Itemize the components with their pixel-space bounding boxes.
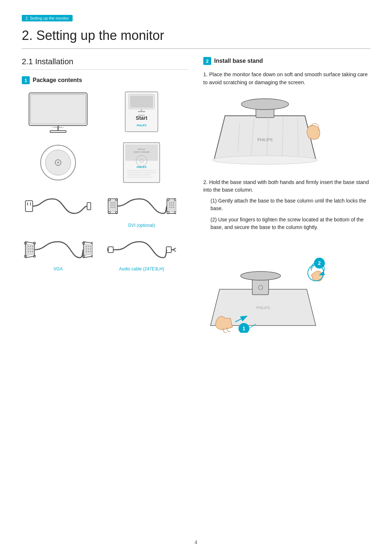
svg-point-60 — [170, 205, 171, 206]
svg-point-72 — [28, 246, 29, 247]
svg-rect-39 — [87, 203, 91, 210]
item-monitor: PHILIPS — [22, 90, 94, 134]
svg-text:Monitor: Monitor — [138, 148, 145, 150]
svg-text:2: 2 — [318, 260, 321, 266]
svg-point-119 — [241, 271, 281, 280]
svg-point-44 — [114, 203, 115, 204]
svg-point-90 — [86, 249, 87, 250]
quickstart-icon: Quick Start PHILIPS — [118, 90, 165, 134]
svg-point-48 — [111, 207, 112, 208]
svg-point-91 — [88, 249, 89, 250]
svg-point-45 — [111, 205, 112, 206]
sub-instruction-1: (1) Gently attach the base to the base c… — [211, 197, 370, 212]
monitor-icon: PHILIPS — [25, 90, 91, 134]
svg-point-61 — [171, 205, 172, 206]
monitor-face-down-image: PHILIPS — [203, 94, 370, 168]
svg-marker-71 — [26, 244, 33, 255]
svg-text:PHILIPS: PHILIPS — [136, 124, 147, 127]
svg-point-89 — [90, 246, 91, 247]
power-cable-icon — [24, 192, 93, 221]
instruction-1-text: Place the monitor face down on soft and … — [203, 71, 368, 85]
install-badge: 2 — [203, 57, 211, 65]
base-stand-image: 1 2 PHILIPS — [203, 238, 370, 334]
svg-rect-100 — [108, 247, 113, 253]
package-badge: 1 — [22, 76, 30, 84]
svg-point-7 — [56, 127, 56, 128]
item-dvi-cable: DVI (optional) — [105, 192, 178, 228]
svg-text:1: 1 — [242, 326, 245, 331]
instruction-1-num: 1. — [203, 71, 208, 77]
svg-point-65 — [173, 207, 174, 208]
svg-point-75 — [28, 249, 29, 250]
svg-rect-56 — [168, 201, 175, 212]
svg-rect-15 — [130, 95, 153, 108]
svg-rect-17 — [138, 111, 145, 112]
dvi-caption: DVI (optional) — [128, 223, 155, 228]
main-title: 2. Setting up the monitor — [22, 28, 370, 49]
sub-instruction-list: (1) Gently attach the base to the base c… — [203, 197, 370, 231]
instruction-2: 2. Hold the base stand with both hands a… — [203, 179, 370, 232]
instruction-2-num: 2. — [203, 179, 208, 185]
item-audio-cable: Audio cable (247E3LH) — [105, 235, 178, 271]
svg-point-93 — [86, 251, 87, 252]
install-section-header: 2 Install base stand — [203, 57, 370, 65]
item-cd — [22, 141, 94, 184]
svg-point-77 — [32, 249, 33, 250]
disc-icon: Monitor user's manual PHILIPS — [118, 141, 165, 184]
page-number: 4 — [195, 539, 197, 545]
install-label: Install base stand — [214, 58, 263, 64]
svg-point-87 — [86, 246, 87, 247]
svg-point-59 — [173, 203, 174, 204]
svg-point-5 — [52, 127, 53, 128]
svg-point-78 — [28, 251, 29, 252]
svg-point-47 — [114, 205, 115, 206]
svg-text:PHILIPS: PHILIPS — [136, 166, 147, 168]
item-vga-cable: VGA — [22, 235, 94, 271]
svg-text:PHILIPS: PHILIPS — [257, 138, 273, 142]
package-label: Package contents — [33, 77, 82, 83]
svg-point-88 — [88, 246, 89, 247]
svg-point-106 — [174, 248, 176, 251]
svg-point-10 — [61, 127, 62, 128]
svg-point-50 — [114, 207, 115, 208]
svg-point-57 — [170, 203, 171, 204]
instruction-1: 1. Place the monitor face down on soft a… — [203, 71, 370, 87]
svg-rect-3 — [50, 131, 66, 132]
svg-marker-86 — [85, 244, 91, 255]
vga-cable-icon — [24, 235, 93, 264]
svg-point-94 — [88, 251, 89, 252]
svg-rect-104 — [166, 247, 171, 253]
svg-rect-1 — [30, 94, 86, 124]
instruction-list: 1. Place the monitor face down on soft a… — [203, 71, 370, 87]
svg-point-58 — [171, 203, 172, 204]
svg-point-64 — [171, 207, 172, 208]
svg-point-80 — [32, 251, 33, 252]
sub-instruction-2: (2) Use your fingers to tighten the scre… — [211, 216, 370, 231]
svg-point-109 — [241, 99, 289, 110]
package-section-header: 1 Package contents — [22, 76, 189, 84]
svg-point-63 — [170, 207, 171, 208]
page: 2. Setting up the monitor 2. Setting up … — [0, 0, 392, 556]
svg-point-116 — [212, 156, 318, 164]
svg-point-46 — [113, 205, 114, 206]
svg-rect-36 — [25, 201, 33, 212]
face-down-svg: PHILIPS — [203, 94, 327, 167]
svg-text:PHILIPS: PHILIPS — [256, 306, 270, 310]
svg-point-49 — [113, 207, 114, 208]
vga-caption: VGA — [53, 266, 62, 271]
instruction-list-2: 2. Hold the base stand with both hands a… — [203, 179, 370, 232]
left-column: 2.1 Installation 1 Package contents — [22, 57, 189, 334]
svg-point-43 — [113, 203, 114, 204]
item-quickstart: Quick Start PHILIPS — [105, 90, 178, 134]
svg-point-74 — [32, 246, 33, 247]
svg-point-79 — [30, 251, 31, 252]
svg-text:user's manual: user's manual — [134, 151, 150, 153]
svg-point-24 — [57, 162, 59, 164]
section-title: 2.1 Installation — [22, 57, 189, 70]
right-column: 2 Install base stand 1. Place the monito… — [203, 57, 370, 334]
svg-rect-41 — [110, 201, 116, 212]
svg-point-6 — [54, 127, 54, 128]
svg-point-62 — [173, 205, 174, 206]
svg-point-73 — [30, 246, 31, 247]
audio-caption: Audio cable (247E3LH) — [119, 266, 164, 271]
